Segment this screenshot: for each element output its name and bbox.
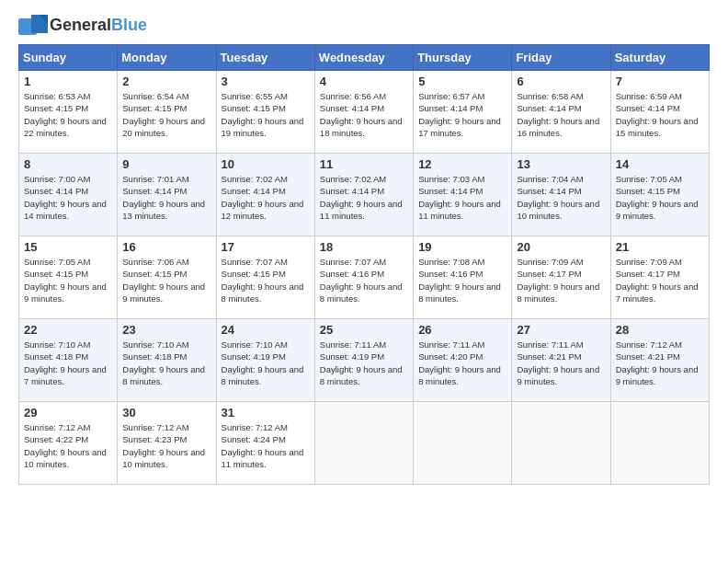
day-number: 13: [517, 157, 605, 171]
day-info: Sunrise: 7:03 AM Sunset: 4:14 PM Dayligh…: [418, 173, 506, 222]
day-info: Sunrise: 7:08 AM Sunset: 4:16 PM Dayligh…: [418, 256, 506, 304]
day-info: Sunrise: 6:58 AM Sunset: 4:14 PM Dayligh…: [517, 90, 605, 139]
day-number: 14: [616, 157, 704, 171]
calendar-cell: 24 Sunrise: 7:10 AM Sunset: 4:19 PM Dayl…: [216, 319, 314, 402]
day-number: 24: [222, 323, 310, 337]
day-info: Sunrise: 6:56 AM Sunset: 4:14 PM Dayligh…: [320, 90, 408, 139]
day-info: Sunrise: 7:01 AM Sunset: 4:14 PM Dayligh…: [122, 173, 210, 222]
header-thursday: Thursday: [414, 45, 512, 71]
calendar-cell: 19 Sunrise: 7:08 AM Sunset: 4:16 PM Dayl…: [414, 236, 512, 319]
calendar-cell: 2 Sunrise: 6:54 AM Sunset: 4:15 PM Dayli…: [118, 71, 216, 154]
header-friday: Friday: [512, 45, 610, 71]
day-number: 10: [222, 157, 310, 171]
day-info: Sunrise: 7:10 AM Sunset: 4:18 PM Dayligh…: [24, 339, 112, 387]
day-number: 23: [122, 323, 210, 337]
calendar-cell: 9 Sunrise: 7:01 AM Sunset: 4:14 PM Dayli…: [118, 154, 216, 236]
calendar-cell: 7 Sunrise: 6:59 AM Sunset: 4:14 PM Dayli…: [610, 71, 709, 154]
logo-icon: [18, 15, 46, 37]
calendar-cell: 18 Sunrise: 7:07 AM Sunset: 4:16 PM Dayl…: [314, 236, 413, 319]
calendar-cell: 16 Sunrise: 7:06 AM Sunset: 4:15 PM Dayl…: [118, 236, 216, 319]
day-info: Sunrise: 7:05 AM Sunset: 4:15 PM Dayligh…: [616, 173, 704, 222]
calendar-cell: 20 Sunrise: 7:09 AM Sunset: 4:17 PM Dayl…: [512, 236, 610, 319]
calendar-cell: 31 Sunrise: 7:12 AM Sunset: 4:24 PM Dayl…: [216, 402, 314, 485]
calendar-cell: 8 Sunrise: 7:00 AM Sunset: 4:14 PM Dayli…: [19, 154, 118, 236]
day-info: Sunrise: 7:10 AM Sunset: 4:18 PM Dayligh…: [122, 339, 210, 387]
calendar-cell: 11 Sunrise: 7:02 AM Sunset: 4:14 PM Dayl…: [314, 154, 413, 236]
day-number: 26: [418, 323, 506, 337]
day-info: Sunrise: 7:02 AM Sunset: 4:14 PM Dayligh…: [222, 173, 310, 222]
day-info: Sunrise: 6:59 AM Sunset: 4:14 PM Dayligh…: [616, 90, 704, 139]
day-number: 3: [222, 75, 310, 88]
calendar-cell: [414, 402, 512, 485]
day-info: Sunrise: 7:12 AM Sunset: 4:23 PM Dayligh…: [122, 421, 210, 470]
day-info: Sunrise: 7:00 AM Sunset: 4:14 PM Dayligh…: [24, 173, 112, 222]
calendar-cell: [314, 402, 413, 485]
day-number: 16: [122, 240, 210, 254]
day-number: 1: [24, 75, 112, 88]
header-tuesday: Tuesday: [216, 45, 314, 71]
day-info: Sunrise: 7:12 AM Sunset: 4:24 PM Dayligh…: [222, 421, 310, 470]
week-row-3: 15 Sunrise: 7:05 AM Sunset: 4:15 PM Dayl…: [19, 236, 710, 319]
header-wednesday: Wednesday: [314, 45, 413, 71]
day-info: Sunrise: 7:11 AM Sunset: 4:20 PM Dayligh…: [418, 339, 506, 387]
day-info: Sunrise: 7:05 AM Sunset: 4:15 PM Dayligh…: [24, 256, 112, 304]
day-info: Sunrise: 6:53 AM Sunset: 4:15 PM Dayligh…: [24, 90, 112, 139]
calendar-cell: [512, 402, 610, 485]
day-number: 30: [122, 406, 210, 419]
day-info: Sunrise: 7:06 AM Sunset: 4:15 PM Dayligh…: [122, 256, 210, 304]
day-number: 28: [616, 323, 704, 337]
day-number: 29: [24, 406, 112, 419]
day-info: Sunrise: 7:12 AM Sunset: 4:21 PM Dayligh…: [616, 339, 704, 387]
day-info: Sunrise: 7:11 AM Sunset: 4:19 PM Dayligh…: [320, 339, 408, 387]
day-number: 11: [320, 157, 408, 171]
logo-text: GeneralBlue: [50, 17, 147, 35]
calendar-cell: 12 Sunrise: 7:03 AM Sunset: 4:14 PM Dayl…: [414, 154, 512, 236]
header-sunday: Sunday: [19, 45, 118, 71]
day-number: 9: [122, 157, 210, 171]
calendar-cell: 13 Sunrise: 7:04 AM Sunset: 4:14 PM Dayl…: [512, 154, 610, 236]
day-number: 25: [320, 323, 408, 337]
day-info: Sunrise: 6:57 AM Sunset: 4:14 PM Dayligh…: [418, 90, 506, 139]
week-row-5: 29 Sunrise: 7:12 AM Sunset: 4:22 PM Dayl…: [19, 402, 710, 485]
day-info: Sunrise: 7:04 AM Sunset: 4:14 PM Dayligh…: [517, 173, 605, 222]
day-number: 2: [122, 75, 210, 88]
day-info: Sunrise: 7:09 AM Sunset: 4:17 PM Dayligh…: [517, 256, 605, 304]
calendar-header-row: SundayMondayTuesdayWednesdayThursdayFrid…: [19, 45, 710, 71]
day-number: 12: [418, 157, 506, 171]
day-number: 19: [418, 240, 506, 254]
day-info: Sunrise: 7:07 AM Sunset: 4:16 PM Dayligh…: [320, 256, 408, 304]
day-info: Sunrise: 7:12 AM Sunset: 4:22 PM Dayligh…: [24, 421, 112, 470]
day-info: Sunrise: 6:54 AM Sunset: 4:15 PM Dayligh…: [122, 90, 210, 139]
day-number: 31: [222, 406, 310, 419]
day-number: 4: [320, 75, 408, 88]
calendar-cell: 6 Sunrise: 6:58 AM Sunset: 4:14 PM Dayli…: [512, 71, 610, 154]
calendar-cell: [610, 402, 709, 485]
calendar-cell: 25 Sunrise: 7:11 AM Sunset: 4:19 PM Dayl…: [314, 319, 413, 402]
day-number: 15: [24, 240, 112, 254]
calendar-cell: 22 Sunrise: 7:10 AM Sunset: 4:18 PM Dayl…: [19, 319, 118, 402]
day-number: 7: [616, 75, 704, 88]
calendar-cell: 26 Sunrise: 7:11 AM Sunset: 4:20 PM Dayl…: [414, 319, 512, 402]
day-number: 27: [517, 323, 605, 337]
logo: GeneralBlue: [18, 15, 147, 37]
day-number: 21: [616, 240, 704, 254]
day-number: 22: [24, 323, 112, 337]
calendar-cell: 5 Sunrise: 6:57 AM Sunset: 4:14 PM Dayli…: [414, 71, 512, 154]
day-info: Sunrise: 6:55 AM Sunset: 4:15 PM Dayligh…: [222, 90, 310, 139]
calendar-cell: 3 Sunrise: 6:55 AM Sunset: 4:15 PM Dayli…: [216, 71, 314, 154]
week-row-2: 8 Sunrise: 7:00 AM Sunset: 4:14 PM Dayli…: [19, 154, 710, 236]
day-info: Sunrise: 7:02 AM Sunset: 4:14 PM Dayligh…: [320, 173, 408, 222]
calendar-cell: 15 Sunrise: 7:05 AM Sunset: 4:15 PM Dayl…: [19, 236, 118, 319]
calendar-cell: 17 Sunrise: 7:07 AM Sunset: 4:15 PM Dayl…: [216, 236, 314, 319]
header-saturday: Saturday: [610, 45, 709, 71]
week-row-4: 22 Sunrise: 7:10 AM Sunset: 4:18 PM Dayl…: [19, 319, 710, 402]
week-row-1: 1 Sunrise: 6:53 AM Sunset: 4:15 PM Dayli…: [19, 71, 710, 154]
calendar-cell: 1 Sunrise: 6:53 AM Sunset: 4:15 PM Dayli…: [19, 71, 118, 154]
day-number: 8: [24, 157, 112, 171]
calendar-cell: 30 Sunrise: 7:12 AM Sunset: 4:23 PM Dayl…: [118, 402, 216, 485]
day-info: Sunrise: 7:10 AM Sunset: 4:19 PM Dayligh…: [222, 339, 310, 387]
calendar-cell: 28 Sunrise: 7:12 AM Sunset: 4:21 PM Dayl…: [610, 319, 709, 402]
calendar-cell: 23 Sunrise: 7:10 AM Sunset: 4:18 PM Dayl…: [118, 319, 216, 402]
header-monday: Monday: [118, 45, 216, 71]
day-number: 5: [418, 75, 506, 88]
